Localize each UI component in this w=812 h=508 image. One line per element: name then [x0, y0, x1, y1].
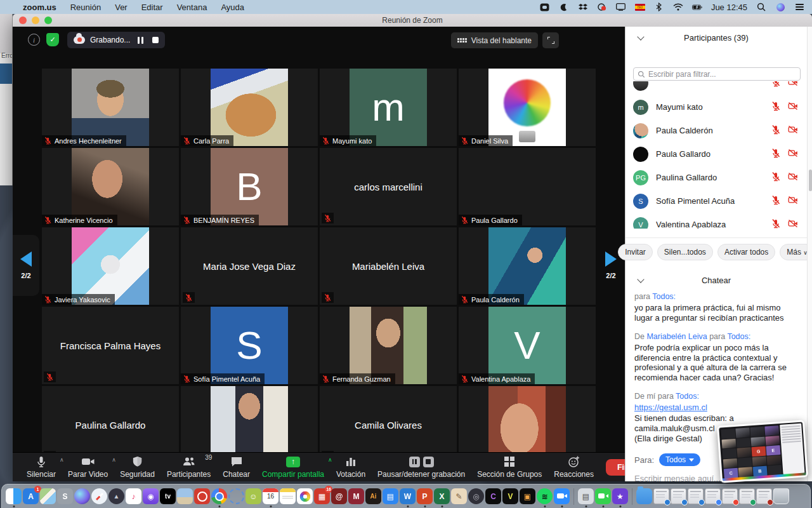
chevron-up-icon[interactable]: ∧: [60, 458, 64, 462]
minimized-window[interactable]: [671, 488, 686, 504]
bluetooth-icon[interactable]: [654, 3, 664, 11]
video-tile[interactable]: Daniel Silva: [459, 69, 596, 146]
menu-item-ventana[interactable]: Ventana: [177, 3, 207, 12]
dock-spotify-icon[interactable]: ≋: [537, 488, 553, 504]
battery-icon[interactable]: [692, 3, 702, 11]
dock-word-icon[interactable]: W: [400, 488, 416, 504]
dock-photo-frame-icon[interactable]: [177, 488, 193, 504]
toolbar-chat-button[interactable]: Chatear: [223, 455, 250, 479]
dock-acrobat-icon[interactable]: @: [331, 488, 347, 504]
video-tile[interactable]: mMayumi kato: [320, 69, 457, 146]
recording-dot-icon[interactable]: [597, 3, 607, 11]
toolbar-reactions-button[interactable]: Reacciones: [554, 455, 594, 479]
dock-nikon-viewnx-icon[interactable]: V: [502, 488, 518, 504]
dock-podcasts-icon[interactable]: ◉: [143, 488, 159, 504]
video-tile[interactable]: Mariabelén Leiva: [320, 227, 457, 305]
menu-app-name[interactable]: zoom.us: [23, 3, 56, 12]
dock-education-app-icon[interactable]: [194, 488, 210, 504]
dock-launchpad-icon[interactable]: ▲: [108, 488, 124, 504]
dropbox-icon[interactable]: [578, 3, 588, 11]
chat-recipient-link[interactable]: Todos:: [652, 292, 676, 301]
dock-illustrator-icon[interactable]: Ai: [365, 488, 381, 504]
menu-item-reunin[interactable]: Reunión: [70, 3, 101, 12]
participant-row[interactable]: VValentina Apablaza: [625, 213, 807, 229]
dock-screen-ring-icon[interactable]: [228, 488, 244, 504]
dock-safari-icon[interactable]: [91, 488, 107, 504]
stop-recording-button[interactable]: [152, 37, 159, 43]
dock-photos-icon[interactable]: [297, 488, 313, 504]
dock-facetime-icon[interactable]: [595, 488, 611, 504]
dock-notes-icon[interactable]: [280, 488, 296, 504]
video-tile[interactable]: carlos marcellini: [320, 148, 457, 225]
display-icon[interactable]: [616, 3, 626, 11]
minimized-window[interactable]: [722, 488, 738, 504]
minimized-window[interactable]: [739, 488, 755, 504]
toolbar-share-button[interactable]: ↑Compartir pantalla∧: [262, 455, 324, 479]
video-tile[interactable]: Paula Calderón: [459, 227, 596, 305]
video-tile[interactable]: SSofía Pimentel Acuña: [181, 307, 318, 384]
video-tile[interactable]: Maria Jose Vega Diaz: [181, 227, 318, 305]
participant-row[interactable]: mMayumi kato: [625, 95, 807, 119]
dock-zoom-app-icon[interactable]: [554, 488, 570, 504]
dock-chrome-icon[interactable]: [211, 488, 227, 504]
chevron-up-icon[interactable]: ∧: [328, 458, 332, 462]
minimized-window[interactable]: [705, 488, 721, 504]
chat-recipient-link[interactable]: Mariabelén Leiva: [646, 332, 707, 341]
chevron-up-icon[interactable]: ∧: [112, 458, 116, 462]
dock-music-icon[interactable]: ♪: [126, 488, 141, 504]
toolbar-record-button[interactable]: Pausar/detener grabación: [377, 455, 465, 479]
menu-item-editar[interactable]: Editar: [141, 3, 163, 12]
meeting-info-icon[interactable]: i: [28, 34, 40, 46]
video-tile[interactable]: VValentina Apablaza: [459, 307, 596, 384]
fullscreen-button[interactable]: [542, 32, 559, 48]
dock-siri-icon[interactable]: [74, 488, 90, 504]
chat-recipient-link[interactable]: Todos:: [676, 392, 699, 401]
next-page-button[interactable]: 2/2: [597, 235, 625, 296]
chat-link[interactable]: https://gestal.usm.cl: [634, 403, 801, 412]
dock-printer-icon[interactable]: ▤: [578, 488, 594, 504]
minimized-window[interactable]: [756, 488, 772, 504]
video-tile[interactable]: Javiera Yakasovic: [42, 227, 179, 305]
dock-powerpoint-icon[interactable]: P: [417, 488, 433, 504]
dock-keynote-icon[interactable]: ▤: [383, 488, 398, 504]
meeting-thumbnail[interactable]: GECB: [717, 420, 808, 483]
participant-row[interactable]: Paula Calderón: [625, 119, 807, 142]
screen-record-app-icon[interactable]: [540, 3, 550, 11]
dock-mendeley-icon[interactable]: M: [348, 488, 364, 504]
dock-pencil-app-icon[interactable]: ✎: [451, 488, 467, 504]
toolbar-security-button[interactable]: Seguridad: [120, 455, 155, 479]
dock-camera-utility-icon[interactable]: ◎: [468, 488, 484, 504]
toolbar-mute-button[interactable]: Silenciar∧: [27, 455, 56, 479]
chat-recipient-link[interactable]: Todos:: [727, 332, 750, 341]
sidebar-scrollbar[interactable]: [807, 27, 812, 481]
previous-page-button[interactable]: 2/2: [13, 235, 39, 296]
minimized-window[interactable]: [653, 488, 669, 504]
video-tile[interactable]: Andres Hechenleitner: [42, 69, 179, 146]
video-tile[interactable]: Francisca Palma Hayes: [42, 307, 179, 384]
toolbar-participants-button[interactable]: Participantes39: [167, 455, 211, 479]
collapse-participants-icon[interactable]: [637, 33, 644, 40]
toolbar-poll-button[interactable]: Votación: [336, 455, 365, 479]
dock-finder-icon[interactable]: [6, 488, 22, 504]
toolbar-video-button[interactable]: Parar Video∧: [68, 455, 108, 479]
dock-adobe-cc-icon[interactable]: ▦16: [314, 488, 330, 504]
wifi-icon[interactable]: [673, 3, 683, 11]
participant-row-clipped[interactable]: [625, 81, 807, 95]
menu-item-ver[interactable]: Ver: [115, 3, 128, 12]
video-tile[interactable]: Carla Parra: [181, 69, 318, 146]
video-tile[interactable]: Paula Gallardo: [459, 148, 596, 225]
crescent-icon[interactable]: [559, 3, 569, 11]
keyboard-flag-icon[interactable]: ISO: [635, 3, 645, 11]
menu-item-ayuda[interactable]: Ayuda: [221, 3, 244, 12]
dock-maps-icon[interactable]: [40, 488, 56, 504]
dock-imovie-icon[interactable]: ★: [612, 488, 628, 504]
dock-excel-icon[interactable]: X: [434, 488, 450, 504]
participant-row[interactable]: Paula Gallardo: [625, 142, 807, 166]
dock-downloads-folder-icon[interactable]: [636, 488, 652, 504]
dock-sublime-text-icon[interactable]: S: [57, 488, 73, 504]
security-shield-icon[interactable]: ✓: [46, 33, 59, 46]
participant-row[interactable]: PGPaulina Gallardo: [625, 166, 807, 189]
scrollbar-thumb[interactable]: [809, 170, 812, 191]
dock-nikon-transfer-icon[interactable]: ▣: [520, 488, 535, 504]
video-tile[interactable]: Katherine Vicencio: [42, 148, 179, 225]
